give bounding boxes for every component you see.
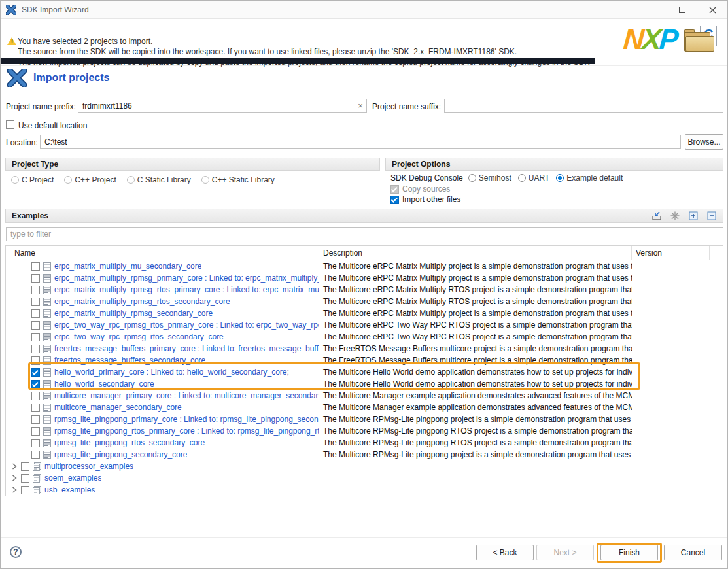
next-button[interactable]: Next >	[536, 545, 594, 560]
row-checkbox[interactable]	[31, 392, 40, 400]
group-name-link[interactable]: soem_examples	[44, 474, 101, 483]
table-row[interactable]: erpc_two_way_rpc_rpmsg_rtos_secondary_co…	[6, 331, 723, 343]
row-checkbox[interactable]	[31, 451, 40, 459]
table-row[interactable]: erpc_matrix_multiply_rpmsg_secondary_cor…	[6, 307, 723, 319]
table-row[interactable]: multicore_manager_secondary_coreThe Mult…	[6, 402, 723, 413]
row-checkbox[interactable]	[31, 368, 40, 377]
prefix-input[interactable]	[78, 99, 367, 113]
browse-button[interactable]: Browse...	[685, 134, 723, 150]
row-checkbox[interactable]	[31, 274, 40, 283]
use-default-location-checkbox[interactable]	[6, 120, 14, 129]
row-checkbox[interactable]	[31, 439, 40, 447]
project-doc-icon	[43, 321, 51, 330]
row-checkbox[interactable]	[31, 309, 40, 318]
project-name-link[interactable]: multicore_manager_primary_core : Linked …	[54, 391, 319, 400]
group-name-link[interactable]: usb_examples	[44, 485, 95, 494]
project-name-link[interactable]: freertos_message_buffers_primary_core : …	[54, 344, 319, 353]
back-button[interactable]: < Back	[476, 545, 534, 560]
sdk-debug-console-row: SDK Debug Console SemihostUARTExample de…	[390, 173, 623, 182]
group-name-link[interactable]: multiprocessor_examples	[44, 462, 133, 471]
table-row[interactable]: hello_world_secondary_coreThe Multicore …	[6, 378, 723, 390]
cancel-button[interactable]: Cancel	[664, 545, 722, 560]
project-version	[632, 296, 710, 307]
row-checkbox[interactable]	[31, 298, 40, 306]
table-row[interactable]: hello_world_primary_core : Linked to: he…	[6, 366, 723, 378]
table-row[interactable]: freertos_message_buffers_primary_core : …	[6, 343, 723, 354]
project-name-link[interactable]: erpc_matrix_multiply_rpmsg_primary_core …	[54, 273, 319, 283]
debug-console-option[interactable]: Example default	[556, 173, 623, 182]
project-name-link[interactable]: erpc_two_way_rpc_rpmsg_rtos_secondary_co…	[54, 332, 224, 341]
import-xml-icon[interactable]	[651, 211, 662, 221]
row-checkbox[interactable]	[21, 486, 29, 494]
suffix-input[interactable]	[444, 99, 723, 113]
expand-all-icon[interactable]	[688, 211, 699, 221]
project-name-link[interactable]: erpc_matrix_multiply_rpmsg_rtos_secondar…	[54, 297, 230, 306]
row-checkbox[interactable]	[31, 262, 40, 271]
column-header-version[interactable]: Version	[632, 246, 710, 260]
project-name-link[interactable]: erpc_matrix_multiply_rpmsg_secondary_cor…	[54, 309, 213, 318]
project-name-link[interactable]: rpmsg_lite_pingpong_secondary_core	[54, 450, 187, 459]
clear-prefix-icon[interactable]	[355, 101, 366, 111]
table-row[interactable]: multicore_manager_primary_core : Linked …	[6, 390, 723, 402]
project-name-link[interactable]: erpc_two_way_rpc_rpmsg_rtos_primary_core…	[54, 320, 319, 330]
project-type-option[interactable]: C++ Project	[64, 175, 116, 184]
copy-sources-checkbox[interactable]	[390, 185, 399, 194]
row-checkbox[interactable]	[21, 462, 29, 471]
help-button[interactable]: ?	[10, 546, 22, 558]
table-group-row[interactable]: multiprocessor_examples	[6, 460, 723, 472]
filter-input[interactable]	[6, 227, 723, 241]
close-button[interactable]	[697, 1, 727, 19]
maximize-button[interactable]	[667, 1, 697, 19]
table-row[interactable]: erpc_two_way_rpc_rpmsg_rtos_primary_core…	[6, 319, 723, 331]
project-name-link[interactable]: erpc_matrix_multiply_mu_secondary_core	[54, 262, 201, 271]
finish-button[interactable]: Finish	[600, 545, 658, 560]
project-name-link[interactable]: rpmsg_lite_pingpong_rtos_secondary_core	[54, 438, 205, 447]
project-description: The Multicore RPMsg-Lite pingpong projec…	[319, 413, 632, 425]
collapse-all-icon[interactable]	[706, 211, 717, 221]
row-checkbox[interactable]	[21, 474, 29, 483]
row-checkbox[interactable]	[31, 321, 40, 330]
table-row[interactable]: erpc_matrix_multiply_rpmsg_rtos_primary_…	[6, 284, 723, 296]
table-group-row[interactable]: soem_examples	[6, 472, 723, 484]
row-checkbox[interactable]	[31, 345, 40, 353]
row-checkbox[interactable]	[31, 356, 40, 365]
project-name-link[interactable]: hello_world_primary_core : Linked to: he…	[54, 368, 289, 377]
project-name-link[interactable]: rpmsg_lite_pingpong_rtos_primary_core : …	[54, 426, 319, 436]
row-checkbox[interactable]	[31, 380, 40, 388]
table-row[interactable]: rpmsg_lite_pingpong_rtos_primary_core : …	[6, 425, 723, 437]
debug-console-option[interactable]: Semihost	[468, 173, 511, 182]
clear-selection-icon[interactable]	[670, 211, 680, 221]
row-checkbox[interactable]	[31, 404, 40, 412]
project-type-option[interactable]: C++ Static Library	[201, 175, 275, 184]
table-row[interactable]: erpc_matrix_multiply_rpmsg_primary_core …	[6, 272, 723, 284]
project-name-link[interactable]: hello_world_secondary_core	[54, 379, 154, 388]
expand-chevron-icon[interactable]	[12, 463, 18, 470]
table-row[interactable]: erpc_matrix_multiply_rpmsg_rtos_secondar…	[6, 296, 723, 307]
row-checkbox[interactable]	[31, 415, 40, 424]
row-checkbox[interactable]	[31, 333, 40, 341]
row-checkbox[interactable]	[31, 286, 40, 294]
debug-console-option[interactable]: UART	[518, 173, 549, 182]
table-row[interactable]: rpmsg_lite_pingpong_rtos_secondary_coreT…	[6, 437, 723, 449]
column-header-description[interactable]: Description	[319, 246, 632, 260]
close-icon	[709, 7, 716, 14]
row-checkbox[interactable]	[31, 427, 40, 436]
project-type-option[interactable]: C Static Library	[127, 175, 191, 184]
project-type-option[interactable]: C Project	[11, 175, 54, 184]
table-row[interactable]: rpmsg_lite_pingpong_primary_core : Linke…	[6, 413, 723, 425]
table-group-row[interactable]: usb_examples	[6, 484, 723, 496]
expand-chevron-icon[interactable]	[12, 487, 18, 493]
minimize-button[interactable]	[637, 1, 667, 19]
project-name-link[interactable]: multicore_manager_secondary_core	[54, 403, 182, 412]
project-name-link[interactable]: rpmsg_lite_pingpong_primary_core : Linke…	[54, 415, 319, 424]
location-input[interactable]	[40, 135, 681, 149]
table-row[interactable]: erpc_matrix_multiply_mu_secondary_coreTh…	[6, 260, 723, 272]
table-row[interactable]: rpmsg_lite_pingpong_secondary_coreThe Mu…	[6, 449, 723, 460]
project-name-link[interactable]: freertos_message_buffers_secondary_core	[54, 356, 205, 365]
project-name-link[interactable]: erpc_matrix_multiply_rpmsg_rtos_primary_…	[54, 285, 319, 294]
dark-overlay-bar	[1, 58, 595, 64]
column-header-name[interactable]: Name	[6, 246, 319, 260]
table-row[interactable]: freertos_message_buffers_secondary_coreT…	[6, 354, 723, 366]
expand-chevron-icon[interactable]	[12, 475, 18, 481]
import-other-files-checkbox[interactable]	[390, 196, 399, 204]
